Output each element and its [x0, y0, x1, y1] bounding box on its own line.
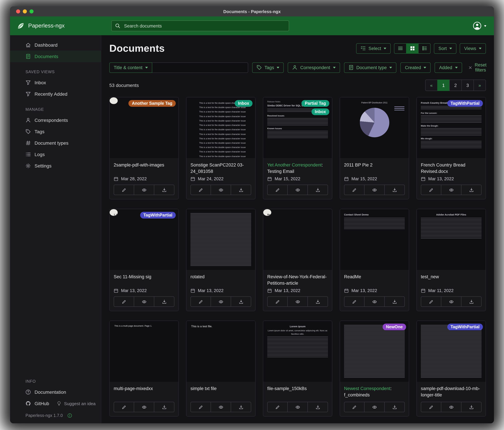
- sidebar-item-inbox[interactable]: Inbox: [10, 77, 101, 88]
- pagination-next-button[interactable]: »: [474, 80, 486, 91]
- sidebar-item-suggest-an-idea[interactable]: Suggest an idea: [57, 398, 96, 409]
- title-content-filter-input[interactable]: [152, 62, 248, 73]
- tag-badge-inbox[interactable]: Inbox: [311, 108, 329, 115]
- card-title-link[interactable]: ReadMe: [340, 270, 409, 287]
- added-filter-button[interactable]: Added: [435, 62, 462, 73]
- view-mode-list-button[interactable]: [394, 43, 407, 54]
- pagination-page-1-button[interactable]: 1: [437, 80, 450, 91]
- card-edit-button[interactable]: [421, 185, 441, 195]
- card-title-link[interactable]: 2011 BP Pie 2: [340, 158, 409, 175]
- sidebar-item-documentation[interactable]: Documentation: [10, 386, 101, 398]
- select-button[interactable]: Select: [356, 43, 391, 54]
- tag-badge-inbox[interactable]: Inbox: [234, 100, 252, 107]
- card-view-button[interactable]: [211, 185, 231, 195]
- tags-filter-button[interactable]: Tags: [252, 62, 284, 73]
- tag-badge-tagwithpartial[interactable]: TagWithPartial: [447, 324, 483, 330]
- card-edit-button[interactable]: [268, 185, 287, 195]
- card-download-button[interactable]: [154, 297, 174, 307]
- views-button[interactable]: Views: [460, 43, 486, 54]
- card-download-button[interactable]: [231, 402, 251, 412]
- zoom-window-button[interactable]: [29, 9, 34, 13]
- document-thumbnail[interactable]: TagWithPartial: [417, 321, 486, 382]
- document-thumbnail[interactable]: This is a test file.: [186, 321, 255, 382]
- card-view-button[interactable]: [134, 297, 154, 307]
- card-title-link[interactable]: Newest Correspondent: f_combineds: [340, 382, 409, 398]
- card-view-button[interactable]: [441, 297, 461, 307]
- card-download-button[interactable]: [384, 297, 405, 307]
- card-title-link[interactable]: multi-page-mixedxx: [110, 382, 178, 398]
- card-title-link[interactable]: test_new: [417, 270, 486, 287]
- card-download-button[interactable]: [384, 402, 405, 412]
- card-title-link[interactable]: 2sample-pdf-with-images: [110, 158, 178, 175]
- view-mode-grid-button[interactable]: [406, 43, 419, 54]
- card-title-link[interactable]: file-sample_150kBs: [263, 382, 332, 398]
- card-edit-button[interactable]: [191, 297, 211, 307]
- correspondent-filter-button[interactable]: Correspondent: [288, 62, 340, 73]
- sidebar-item-document-types[interactable]: Document types: [10, 137, 101, 149]
- title-content-filter-button[interactable]: Title & content: [109, 62, 152, 73]
- sidebar-item-tags[interactable]: Tags: [10, 126, 101, 137]
- card-download-button[interactable]: [154, 185, 174, 195]
- card-edit-button[interactable]: [344, 402, 364, 412]
- card-view-button[interactable]: [134, 402, 154, 412]
- card-title-link[interactable]: Review-of-New-York-Federal-Petitions-art…: [263, 270, 332, 287]
- info-icon[interactable]: [67, 413, 72, 418]
- document-thumbnail[interactable]: This is a multi page document. Page 1.: [110, 321, 178, 382]
- card-edit-button[interactable]: [344, 185, 364, 195]
- reset-filters-button[interactable]: Reset filters: [466, 62, 489, 73]
- document-thumbnail[interactable]: Release NotesSimba ODBC Driver for SQL S…: [263, 97, 332, 158]
- card-view-button[interactable]: [364, 402, 384, 412]
- card-view-button[interactable]: [441, 185, 461, 195]
- document-thumbnail[interactable]: Review of New York Federal Petitions for…: [263, 209, 332, 270]
- document-thumbnail[interactable]: French Country BreadFor the Lesson:Make …: [417, 97, 486, 158]
- card-view-button[interactable]: [134, 185, 154, 195]
- close-window-button[interactable]: [16, 9, 20, 13]
- card-download-button[interactable]: [307, 185, 328, 195]
- document-thumbnail[interactable]: NewOne: [340, 321, 409, 382]
- card-download-button[interactable]: [307, 297, 328, 307]
- sidebar-item-logs[interactable]: Logs: [10, 149, 101, 160]
- card-title-link[interactable]: Sec 11-Missing sig: [110, 270, 178, 287]
- card-download-button[interactable]: [154, 402, 174, 412]
- card-edit-button[interactable]: [191, 185, 211, 195]
- tag-badge-tagwithpartial[interactable]: TagWithPartial: [447, 100, 483, 107]
- document-thumbnail[interactable]: Contact Sheet Demo: [340, 209, 409, 270]
- view-mode-details-button[interactable]: [418, 43, 431, 54]
- sort-button[interactable]: Sort: [434, 43, 457, 54]
- tag-badge-partial-tag[interactable]: Partial Tag: [301, 100, 329, 107]
- pagination-page-3-button[interactable]: 3: [461, 80, 474, 91]
- tag-badge-tagwithpartial[interactable]: TagWithPartial: [140, 212, 176, 218]
- tag-badge-newone[interactable]: NewOne: [383, 324, 406, 330]
- card-correspondent-link[interactable]: Newest Correspondent: [344, 386, 390, 391]
- card-download-button[interactable]: [307, 402, 328, 412]
- document-thumbnail[interactable]: Patient BP Distribution 2011: [340, 97, 409, 158]
- card-edit-button[interactable]: [421, 297, 441, 307]
- sidebar-item-dashboard[interactable]: Dashboard: [10, 39, 101, 51]
- tag-badge-another-sample-tag[interactable]: Another Sample Tag: [129, 100, 176, 107]
- created-filter-button[interactable]: Created: [401, 62, 431, 73]
- card-view-button[interactable]: [364, 185, 384, 195]
- card-download-button[interactable]: [461, 297, 481, 307]
- card-view-button[interactable]: [287, 185, 307, 195]
- pagination-prev-button[interactable]: «: [425, 80, 438, 91]
- card-edit-button[interactable]: [114, 297, 134, 307]
- card-view-button[interactable]: [287, 402, 307, 412]
- card-view-button[interactable]: [364, 297, 384, 307]
- card-title-link[interactable]: rotated: [186, 270, 255, 287]
- sidebar-item-settings[interactable]: Settings: [10, 160, 101, 171]
- card-title-link[interactable]: simple txt file: [186, 382, 255, 398]
- document-thumbnail[interactable]: Lorem ipsumLorem ipsum dolor sit amet, c…: [263, 321, 332, 382]
- document-thumbnail[interactable]: This is a test for the double space char…: [186, 97, 255, 158]
- brand[interactable]: Paperless-ngx: [17, 22, 107, 30]
- document-thumbnail[interactable]: 1.1. CONTINUING MEDICAL EDUCATagWithPart…: [110, 209, 178, 270]
- card-edit-button[interactable]: [344, 297, 364, 307]
- minimize-window-button[interactable]: [23, 9, 27, 13]
- card-view-button[interactable]: [287, 297, 307, 307]
- card-view-button[interactable]: [211, 297, 231, 307]
- card-edit-button[interactable]: [421, 402, 441, 412]
- document-thumbnail[interactable]: Adobe Acrobat PDF Files: [417, 209, 486, 270]
- card-download-button[interactable]: [384, 185, 405, 195]
- card-view-button[interactable]: [211, 402, 231, 412]
- sidebar-item-correspondents[interactable]: Correspondents: [10, 114, 101, 126]
- document-thumbnail[interactable]: Another Sample Tag: [110, 97, 178, 158]
